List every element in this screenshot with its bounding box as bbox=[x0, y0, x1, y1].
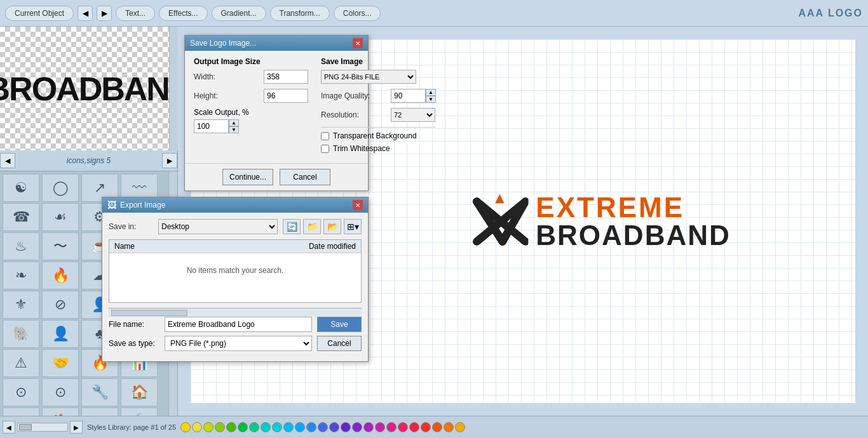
scale-input[interactable] bbox=[194, 119, 229, 133]
list-item[interactable]: 〜 bbox=[42, 232, 79, 260]
color-swatch-sky-blue[interactable] bbox=[283, 422, 294, 432]
color-swatch-blue3[interactable] bbox=[318, 422, 328, 432]
file-name-input[interactable] bbox=[165, 317, 312, 332]
export-close-button[interactable]: ✕ bbox=[353, 200, 363, 210]
color-swatch-blue5[interactable] bbox=[341, 422, 351, 432]
list-item[interactable]: 🔥 bbox=[42, 262, 79, 289]
color-swatch-yellow-green[interactable] bbox=[203, 422, 214, 432]
panel-next-button[interactable]: ▶ bbox=[162, 153, 177, 168]
new-folder-button[interactable]: 📂 bbox=[323, 219, 341, 234]
color-swatch-yellow[interactable] bbox=[180, 422, 191, 432]
gradient-button[interactable]: Gradient... bbox=[212, 6, 266, 21]
color-swatch-light-green[interactable] bbox=[215, 422, 225, 432]
transform-button[interactable]: Transform... bbox=[270, 6, 330, 21]
color-swatch-orange3[interactable] bbox=[455, 422, 465, 432]
list-item[interactable]: 👤 bbox=[42, 320, 79, 348]
list-item[interactable]: ☎ bbox=[3, 203, 39, 231]
effects-button[interactable]: Effects... bbox=[159, 6, 207, 21]
save-logo-close-button[interactable]: ✕ bbox=[353, 38, 363, 48]
list-item[interactable]: ⊘ bbox=[42, 291, 79, 319]
color-swatch-red1[interactable] bbox=[409, 422, 419, 432]
export-scroll-thumb[interactable] bbox=[111, 310, 187, 316]
svg-marker-4 bbox=[495, 194, 504, 202]
color-swatch-purple3[interactable] bbox=[375, 422, 385, 432]
list-item[interactable]: 🏠 bbox=[121, 378, 158, 406]
view-button[interactable]: ⊞▾ bbox=[344, 219, 362, 234]
color-swatch-teal-green[interactable] bbox=[249, 422, 259, 432]
export-file-area: Name Date modified No items match your s… bbox=[109, 239, 362, 303]
bottom-nav-next[interactable]: ▶ bbox=[70, 421, 83, 434]
list-item[interactable]: ⚜ bbox=[3, 291, 39, 319]
text-button[interactable]: Text... bbox=[116, 6, 155, 21]
file-name-row: File name: Save bbox=[109, 317, 362, 332]
logo-text-extreme: EXTREME bbox=[536, 194, 730, 222]
list-item[interactable]: ☀ bbox=[3, 408, 39, 416]
canvas-scrollbar[interactable] bbox=[169, 27, 178, 150]
transparent-bg-checkbox[interactable] bbox=[321, 132, 329, 140]
width-input[interactable] bbox=[264, 70, 308, 84]
height-label: Height: bbox=[194, 91, 264, 100]
list-item[interactable]: 🐘 bbox=[3, 320, 39, 348]
colors-button[interactable]: Colors... bbox=[334, 6, 381, 21]
bottom-status: Styles Library: page #1 of 25 bbox=[87, 423, 176, 431]
list-item[interactable]: ◯ bbox=[42, 174, 79, 202]
color-swatch-green2[interactable] bbox=[238, 422, 248, 432]
list-item[interactable]: 🔨 bbox=[121, 408, 158, 416]
bottom-nav-prev[interactable]: ◀ bbox=[3, 421, 15, 434]
scale-up-button[interactable]: ▲ bbox=[229, 119, 239, 126]
color-swatch-blue1[interactable] bbox=[295, 422, 305, 432]
nav-forward-button[interactable]: ▶ bbox=[97, 6, 112, 21]
list-item[interactable]: ☙ bbox=[42, 203, 79, 231]
list-item[interactable]: ✂ bbox=[81, 408, 118, 416]
continue-button[interactable]: Continue... bbox=[222, 169, 273, 185]
quality-up-button[interactable]: ▲ bbox=[426, 89, 436, 96]
export-horizontal-scrollbar[interactable] bbox=[109, 308, 362, 317]
color-swatch-blue4[interactable] bbox=[329, 422, 339, 432]
color-swatch-light-teal[interactable] bbox=[272, 422, 282, 432]
color-swatch-orange2[interactable] bbox=[444, 422, 454, 432]
color-swatch-light-yellow[interactable] bbox=[192, 422, 202, 432]
list-item[interactable]: 🔧 bbox=[81, 378, 118, 406]
color-swatch-orange1[interactable] bbox=[432, 422, 442, 432]
save-logo-left-col: Output Image Size Width: Height: Scale O… bbox=[194, 57, 308, 157]
height-input[interactable] bbox=[264, 89, 308, 103]
color-swatch-pink2[interactable] bbox=[398, 422, 408, 432]
color-swatch-red2[interactable] bbox=[421, 422, 431, 432]
logo-container: EXTREME BROADBAND bbox=[471, 193, 730, 250]
file-name-label: File name: bbox=[109, 320, 159, 329]
save-in-row: Save in: Desktop Documents Downloads 🔄 📁… bbox=[109, 219, 362, 234]
list-item[interactable]: 🤝 bbox=[42, 349, 79, 377]
list-item[interactable]: ☯ bbox=[3, 174, 39, 202]
bottom-scrollbar[interactable] bbox=[17, 423, 68, 432]
list-item[interactable]: ♨ bbox=[3, 232, 39, 260]
trim-whitespace-label: Trim Whitespace bbox=[333, 144, 390, 153]
nav-back-button[interactable]: ◀ bbox=[78, 6, 93, 21]
trim-whitespace-checkbox[interactable] bbox=[321, 145, 329, 153]
list-item[interactable]: ❧ bbox=[3, 262, 39, 289]
color-swatch-blue2[interactable] bbox=[306, 422, 316, 432]
panel-prev-button[interactable]: ◀ bbox=[0, 153, 15, 168]
save-as-select[interactable]: PNG File (*.png) JPEG File (*.jpg) BMP F… bbox=[165, 336, 312, 351]
color-swatch-pink1[interactable] bbox=[386, 422, 397, 432]
current-object-button[interactable]: Current Object bbox=[5, 6, 74, 21]
color-swatch-green[interactable] bbox=[226, 422, 236, 432]
list-item[interactable]: ⊙ bbox=[3, 378, 39, 406]
color-swatch-purple2[interactable] bbox=[363, 422, 374, 432]
save-format-select[interactable]: PNG 24-Bits FILE JPEG FILE BMP FILE bbox=[321, 70, 416, 84]
color-swatch-purple1[interactable] bbox=[352, 422, 362, 432]
export-cancel-button[interactable]: Cancel bbox=[317, 336, 362, 351]
quality-input[interactable] bbox=[391, 89, 426, 103]
save-in-select[interactable]: Desktop Documents Downloads bbox=[158, 219, 278, 234]
refresh-button[interactable]: 🔄 bbox=[283, 219, 301, 234]
quality-down-button[interactable]: ▼ bbox=[426, 96, 436, 103]
save-logo-cancel-button[interactable]: Cancel bbox=[280, 169, 330, 185]
export-save-button[interactable]: Save bbox=[317, 317, 362, 332]
scale-down-button[interactable]: ▼ bbox=[229, 126, 239, 133]
color-swatch-teal[interactable] bbox=[261, 422, 271, 432]
resolution-select[interactable]: 72 96 150 300 bbox=[391, 108, 435, 122]
canvas-preview: BROADBAND bbox=[0, 27, 178, 150]
list-item[interactable]: ⊙ bbox=[42, 378, 79, 406]
list-item[interactable]: 🏠 bbox=[42, 408, 79, 416]
folder-up-button[interactable]: 📁 bbox=[303, 219, 321, 234]
list-item[interactable]: ⚠ bbox=[3, 349, 39, 377]
